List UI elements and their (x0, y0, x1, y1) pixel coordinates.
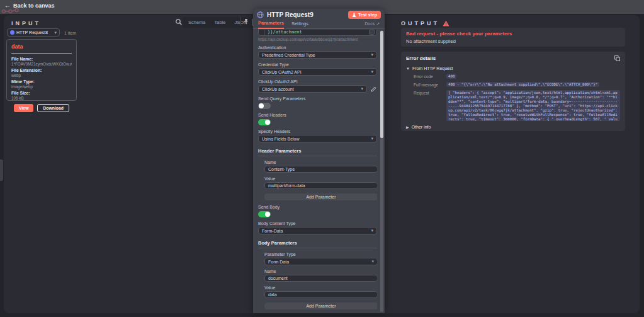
request-value: { "headers": { "accept": "application/js… (446, 90, 620, 121)
tab-table[interactable]: Table (211, 18, 230, 26)
binary-field-value: webp (11, 73, 72, 78)
input-items-count: 1 item (64, 31, 76, 35)
error-banner: Bad request - please check your paramete… (401, 28, 625, 47)
view-button[interactable]: View (14, 104, 33, 112)
toggle-knob (259, 103, 264, 108)
send-headers-toggle[interactable] (258, 119, 271, 125)
credential-type-select[interactable]: ClickUp OAuth2 API ▾ (258, 68, 377, 76)
body-content-type-value: Form-Data (262, 229, 371, 233)
chevron-down-icon: ▾ (361, 87, 364, 91)
download-button[interactable]: Download (37, 104, 69, 112)
back-to-canvas-button[interactable]: ← Back to canvas (4, 3, 55, 9)
warning-icon (443, 20, 449, 26)
send-body-toggle[interactable] (258, 211, 271, 217)
send-query-parameters-toggle[interactable] (258, 103, 271, 109)
url-expression-input[interactable]: }}/attachment (258, 30, 377, 36)
authentication-select[interactable]: Predefined Credential Type ▾ (258, 51, 377, 59)
output-title-label: OUTPUT (401, 20, 439, 26)
flask-icon (352, 13, 356, 18)
body-value-input[interactable]: data (264, 291, 377, 298)
from-http-request-label: From HTTP Request (412, 66, 453, 71)
binary-field-value: 1*FOAV0M21eymOvduWKGtOw.webp (11, 62, 72, 67)
body-content-type-label: Body Content Type (258, 221, 377, 226)
add-header-parameter-button[interactable]: Add Parameter (264, 193, 377, 200)
error-code-label: Error code (414, 74, 446, 79)
request-label: Request (414, 90, 446, 121)
parameter-type-select[interactable]: Form Data ▾ (264, 258, 377, 265)
body-content-type-select[interactable]: Form-Data ▾ (258, 227, 377, 234)
tab-parameters[interactable]: Parameters (258, 20, 284, 29)
pencil-icon (371, 86, 376, 92)
credential-select[interactable]: ClickUp account ▾ (258, 85, 367, 93)
header-name-label: Name (264, 160, 377, 164)
authentication-value: Predefined Credential Type (262, 53, 371, 57)
header-value-value: multipart/form-data (268, 183, 305, 188)
node-header: HTTP Request9 Test step (253, 9, 385, 21)
chevron-down-icon: ▾ (54, 31, 57, 35)
docs-link[interactable]: Docs ↗ (364, 21, 380, 28)
toggle-knob (265, 212, 270, 217)
parameter-type-label: Parameter Type (264, 252, 377, 256)
other-info-accordion[interactable]: ▶ Other info (406, 125, 620, 129)
docs-label: Docs (364, 21, 375, 26)
divider (11, 53, 72, 54)
credential-label: ClickUp OAuth2 API (258, 79, 377, 84)
send-headers-label: Send Headers (258, 113, 377, 117)
full-message-row: Full message 400 - "{\"err\":\"No attach… (414, 82, 620, 87)
back-arrow-icon: ← (4, 3, 11, 9)
header-parameters-section-title: Header Parameters (258, 148, 377, 156)
authentication-label: Authentication (258, 45, 377, 50)
specify-headers-select[interactable]: Using Fields Below ▾ (258, 135, 377, 142)
test-step-button[interactable]: Test step (348, 11, 381, 19)
chevron-down-icon: ▾ (371, 229, 373, 233)
node-tabs: Parameters Settings Docs ↗ (253, 21, 385, 29)
panel-drag-handle[interactable] (0, 159, 3, 181)
send-body-label: Send Body (258, 205, 377, 209)
node-icon (10, 30, 14, 35)
binary-data-card: data File Name: 1*FOAV0M21eymOvduWKGtOw.… (6, 39, 77, 101)
tab-settings[interactable]: Settings (291, 21, 308, 28)
from-http-request-accordion[interactable]: ▼ From HTTP Request (406, 66, 620, 71)
body-parameters-section-title: Body Parameters (258, 240, 377, 248)
url-resolved-hint: https://api.clickup.com/api/v2/task/86cw… (258, 37, 377, 42)
pin-data-button[interactable] (240, 17, 251, 26)
edit-credential-button[interactable] (370, 86, 377, 93)
input-source-select[interactable]: HTTP Request8 ▾ (7, 28, 60, 37)
caret-right-icon: ▶ (406, 125, 409, 129)
chevron-down-icon: ▾ (371, 70, 373, 74)
expression-toggle-icon[interactable] (369, 30, 375, 35)
url-expression-value: }}/attachment (268, 30, 366, 35)
header-value-label: Value (264, 176, 377, 181)
add-body-parameter-button[interactable]: Add Parameter (264, 303, 377, 309)
search-icon[interactable] (175, 18, 183, 26)
screen: ← Back to canvas INPUT Schema Table JSON… (0, 0, 644, 317)
error-subtitle: No attachment supplied (406, 38, 620, 44)
copy-icon[interactable] (614, 55, 620, 61)
error-details-card: Error details ▼ From HTTP Request Error … (401, 52, 625, 131)
http-request-node-icon (257, 11, 264, 18)
body-value-value: data (268, 292, 277, 297)
binary-field-label: Mime Type: (11, 79, 72, 84)
toggle-knob (265, 120, 270, 125)
error-details-title: Error details (406, 55, 620, 61)
body-name-label: Name (264, 269, 377, 274)
external-link-icon: ↗ (376, 21, 380, 26)
input-source-label: HTTP Request8 (16, 30, 52, 35)
scrollbar-track[interactable] (380, 30, 383, 312)
binary-field-label: File Extension: (11, 67, 72, 73)
specify-headers-label: Specify Headers (258, 129, 377, 134)
node-title: HTTP Request9 (267, 11, 345, 18)
node-parameters-form: }}/attachment https://api.clickup.com/ap… (253, 30, 377, 313)
chevron-down-icon: ▾ (371, 53, 373, 57)
output-panel-title: OUTPUT (401, 20, 449, 26)
binary-field-label: File Size: (11, 90, 72, 96)
scrollbar-thumb[interactable] (380, 31, 383, 138)
n8n-logo-icon (1, 8, 23, 14)
header-name-input[interactable]: Content-Type (264, 166, 377, 173)
header-value-input[interactable]: multipart/form-data (264, 182, 377, 189)
body-name-input[interactable]: document (264, 275, 377, 282)
tab-schema[interactable]: Schema (184, 18, 210, 26)
full-message-value: 400 - "{\"err\":\"No attachment supplied… (446, 82, 599, 87)
credential-type-value: ClickUp OAuth2 API (262, 70, 371, 74)
caret-down-icon: ▼ (406, 67, 410, 71)
